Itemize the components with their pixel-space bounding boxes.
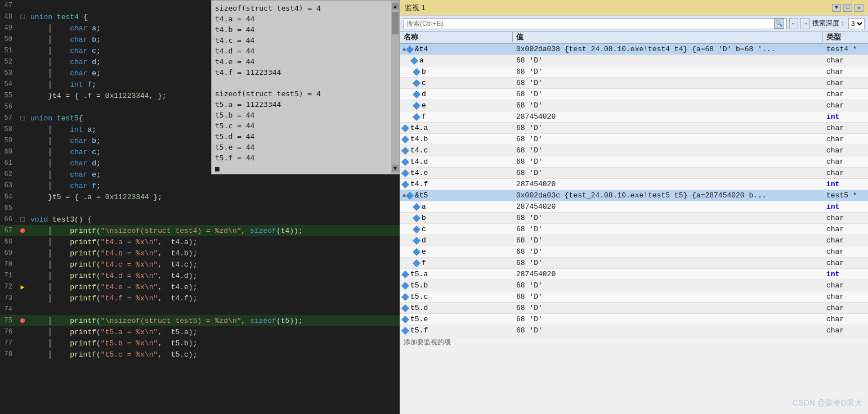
diamond-icon-t4d2	[401, 158, 409, 165]
watch-row-t5c[interactable]: t5.c 68 'D' char	[400, 291, 868, 303]
output-scrollbar[interactable]: ▲ ▼	[391, 1, 399, 174]
type-t4c: char	[823, 146, 868, 155]
watch-row-t5-e[interactable]: e 68 'D' char	[400, 246, 868, 258]
name-t4e: t4.e	[410, 169, 428, 177]
diamond-icon-t5	[406, 191, 414, 199]
watch-row-t5b[interactable]: t5.b 68 'D' char	[400, 280, 868, 291]
watch-row-t4f[interactable]: t4.f 287454020 int	[400, 179, 868, 190]
type-t5-d: char	[823, 236, 868, 245]
value-t4-f: 287454020	[513, 112, 823, 121]
output-panel: sizeof(struct test4) = 4 t4.a = 44 t4.b …	[211, 0, 400, 174]
watch-name-t5-d: d	[400, 236, 513, 245]
watch-table: ▲ &t4 0x002da038 {test_24.08.10.exe!test…	[400, 44, 868, 414]
type-t4e: char	[823, 169, 868, 177]
breakpoint-75[interactable]	[20, 318, 25, 323]
name-t5e: t5.e	[410, 315, 428, 323]
code-line-76: 76 │ printf("t5.a = %x\n", t5.a);	[0, 326, 400, 338]
type-t4b: char	[823, 135, 868, 143]
search-box[interactable]: 🔍	[404, 18, 787, 29]
name-t4-e: e	[422, 101, 426, 110]
breakpoint-67[interactable]	[20, 228, 25, 233]
watch-row-t4a[interactable]: t4.a 68 'D' char	[400, 123, 868, 134]
watch-row-t5-c[interactable]: c 68 'D' char	[400, 224, 868, 235]
value-t4-a: 68 'D'	[513, 56, 823, 65]
watch-row-t4-e[interactable]: e 68 'D' char	[400, 100, 868, 111]
diamond-icon-t4b2	[401, 135, 409, 143]
code-line-66: 66 □ void test3() {	[0, 214, 400, 225]
watch-row-t5e[interactable]: t5.e 68 'D' char	[400, 314, 868, 325]
name-t5-c: c	[422, 225, 426, 233]
type-t4-e: char	[823, 101, 868, 110]
watch-name-t4-f: f	[400, 112, 513, 121]
type-t5-ptr: test5 *	[823, 191, 868, 200]
depth-select[interactable]: 3 1 2 4 5	[848, 18, 865, 29]
search-forward-button[interactable]: →	[800, 18, 810, 29]
type-t5e: char	[823, 315, 868, 323]
search-back-button[interactable]: ←	[789, 18, 799, 29]
diamond-icon-t5c2	[401, 292, 409, 300]
watch-row-t5-b[interactable]: b 68 'D' char	[400, 213, 868, 224]
search-input[interactable]	[406, 20, 772, 28]
output-line-12: t5.c = 44	[215, 120, 396, 131]
watch-row-t5-d[interactable]: d 68 'D' char	[400, 235, 868, 246]
watch-panel: 监视 1 ▼ □ ✕ 🔍 ← → 搜索深度： 3 1 2 4 5 名称 值 类型	[400, 0, 868, 414]
name-t4d: t4.d	[410, 158, 428, 166]
watch-row-t5-f[interactable]: f 68 'D' char	[400, 258, 868, 269]
watch-row-t4-d[interactable]: d 68 'D' char	[400, 89, 868, 100]
type-t5-b: char	[823, 214, 868, 222]
watch-name-t4-ptr: ▲ &t4	[400, 45, 513, 53]
diamond-icon-t5e	[413, 248, 420, 255]
type-t5d: char	[823, 304, 868, 312]
watch-row-t4d[interactable]: t4.d 68 'D' char	[400, 156, 868, 168]
type-t4-b: char	[823, 68, 868, 76]
watch-row-t4-a[interactable]: a 68 'D' char	[400, 55, 868, 66]
output-line-8	[215, 78, 396, 88]
name-t4b: t4.b	[410, 135, 428, 143]
watch-name-t4-d: d	[400, 90, 513, 98]
watch-row-t5-ptr[interactable]: ▲ &t5 0x002da03c {test_24.08.10.exe!test…	[400, 190, 868, 201]
value-t4d: 68 'D'	[513, 158, 823, 166]
type-t5-e: char	[823, 248, 868, 256]
code-line-65: 65	[0, 202, 400, 214]
name-t5b: t5.b	[410, 281, 428, 290]
search-icon-button[interactable]: 🔍	[774, 19, 784, 29]
diamond-icon-t4	[406, 45, 414, 53]
watch-row-t5-a[interactable]: a 287454020 int	[400, 201, 868, 213]
code-line-74: 74	[0, 304, 400, 315]
restore-button[interactable]: □	[843, 4, 852, 12]
output-line-11: t5.b = 44	[215, 110, 396, 120]
name-t4-c: c	[422, 79, 426, 87]
watch-row-t4-f[interactable]: f 287454020 int	[400, 111, 868, 123]
output-line-3: t4.b = 44	[215, 24, 396, 35]
type-t4d: char	[823, 158, 868, 166]
watch-row-t4c[interactable]: t4.c 68 'D' char	[400, 145, 868, 156]
code-line-68: 68 │ printf("t4.a = %x\n", t4.a);	[0, 236, 400, 248]
watch-name-t5a: t5.a	[400, 270, 513, 278]
name-t5c: t5.c	[410, 292, 428, 301]
value-t5e: 68 'D'	[513, 315, 823, 323]
close-button[interactable]: ✕	[854, 4, 863, 12]
watch-name-t5-a: a	[400, 202, 513, 211]
pin-button[interactable]: ▼	[832, 4, 841, 12]
watch-row-t4-ptr[interactable]: ▲ &t4 0x002da038 {test_24.08.10.exe!test…	[400, 44, 868, 55]
output-line-15: t5.f = 44	[215, 152, 396, 163]
watch-row-t5d[interactable]: t5.d 68 'D' char	[400, 303, 868, 314]
name-t4-d: d	[422, 90, 426, 98]
watermark: CSDN @蒙奇D索大	[793, 398, 862, 408]
watch-row-t4-c[interactable]: c 68 'D' char	[400, 78, 868, 89]
code-line-63: 63 │ char f;	[0, 180, 400, 191]
watch-row-t5a[interactable]: t5.a 287454020 int	[400, 269, 868, 280]
output-line-10: t5.a = 11223344	[215, 99, 396, 110]
watch-row-t4e[interactable]: t4.e 68 'D' char	[400, 168, 868, 179]
watch-row-t5f[interactable]: t5.f 68 'D' char	[400, 325, 868, 336]
add-watch-row[interactable]: 添加要监视的项	[400, 336, 868, 348]
diamond-icon-t4b	[413, 68, 420, 75]
name-t4-f: f	[422, 112, 426, 121]
watch-row-t4-b[interactable]: b 68 'D' char	[400, 66, 868, 78]
output-line-2: t4.a = 44	[215, 14, 396, 24]
watch-name-t4-a: a	[400, 56, 513, 65]
watch-row-t4b[interactable]: t4.b 68 'D' char	[400, 134, 868, 145]
type-t5b: char	[823, 281, 868, 290]
watch-name-t5-f: f	[400, 259, 513, 267]
code-line-70: 70 │ printf("t4.c = %x\n", t4.c);	[0, 259, 400, 270]
